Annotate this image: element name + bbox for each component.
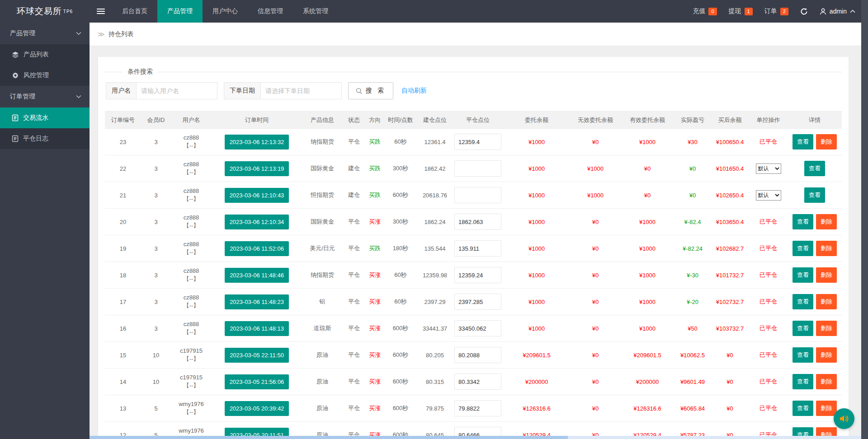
nav-stat-1[interactable]: 提现 1: [729, 7, 753, 15]
close-point-input[interactable]: [454, 294, 501, 310]
cell-invalid-entrust: ¥0: [571, 289, 620, 315]
sidebar-item-产品列表[interactable]: 产品列表: [0, 44, 90, 65]
sidebar-item-交易流水[interactable]: 交易流水: [0, 107, 90, 128]
admin-menu[interactable]: admin: [820, 8, 855, 15]
view-button[interactable]: 查看: [793, 374, 813, 389]
delete-button[interactable]: 删除: [816, 134, 837, 149]
cell-control: 已平仓: [749, 369, 788, 395]
horizontal-scrollbar-thumb[interactable]: [90, 436, 568, 439]
sidebar-item-平仓日志[interactable]: 平仓日志: [0, 128, 90, 149]
cell-order-id: 16: [105, 315, 141, 342]
order-time-button[interactable]: 2023-03-05 21:56:06: [225, 374, 289, 389]
nav-item-4[interactable]: 系统管理: [293, 0, 338, 23]
nav-stat-2[interactable]: 订单 2: [764, 7, 788, 15]
close-point-input[interactable]: [454, 240, 501, 257]
control-select[interactable]: 默认: [756, 190, 781, 201]
floating-audio-button[interactable]: [834, 408, 854, 429]
cell-control: 已平仓: [749, 315, 788, 342]
order-time-button[interactable]: 2023-03-06 11:48:13: [225, 321, 289, 336]
hamburger-menu-icon[interactable]: [90, 0, 112, 23]
order-time-button[interactable]: 2023-03-06 12:10:43: [225, 188, 289, 203]
cell-entrust: ¥1000: [503, 209, 571, 235]
delete-button[interactable]: 删除: [816, 214, 837, 229]
cell-invalid-entrust: ¥0: [571, 209, 620, 235]
view-button[interactable]: 查看: [804, 161, 825, 176]
nav-item-2[interactable]: 用户中心: [203, 0, 248, 23]
order-time-button[interactable]: 2023-03-06 11:52:06: [225, 241, 289, 256]
view-button[interactable]: 查看: [793, 214, 813, 229]
cell-after-balance: ¥0: [711, 395, 749, 422]
view-button[interactable]: 查看: [793, 347, 813, 363]
cell-open-point: 80.315: [417, 369, 453, 395]
close-point-input[interactable]: [454, 400, 501, 416]
control-select[interactable]: 默认: [756, 163, 781, 174]
close-point-input[interactable]: [454, 374, 501, 390]
cell-control: 已平仓: [749, 235, 788, 262]
col-header-2: 用户名: [171, 112, 212, 129]
speaker-icon: [838, 413, 850, 425]
view-button[interactable]: 查看: [793, 401, 813, 416]
nav-item-3[interactable]: 信息管理: [248, 0, 293, 23]
sidebar-item-风控管理[interactable]: 风控管理: [0, 65, 90, 86]
view-button[interactable]: 查看: [793, 267, 813, 283]
close-point-input[interactable]: [454, 134, 501, 150]
nav-item-1[interactable]: 产品管理: [157, 0, 203, 23]
order-time-button[interactable]: 2023-03-06 12:13:19: [225, 161, 289, 176]
vertical-scrollbar[interactable]: [861, 0, 868, 439]
view-button[interactable]: 查看: [793, 294, 813, 309]
delete-button[interactable]: 删除: [816, 321, 837, 336]
close-point-input[interactable]: [454, 214, 501, 230]
cell-control: 已平仓: [749, 129, 788, 155]
username-group: 用户名: [106, 82, 217, 99]
close-point-input[interactable]: [454, 347, 501, 363]
cell-direction: 买涨: [365, 315, 384, 342]
delete-button[interactable]: 删除: [816, 347, 837, 363]
table-row: 16 3 cz888【--】 2023-03-06 11:48:13 道琼斯 平…: [105, 315, 842, 342]
refresh-icon[interactable]: [800, 8, 808, 15]
view-button[interactable]: 查看: [793, 134, 813, 149]
delete-button[interactable]: 删除: [816, 241, 837, 256]
table-row: 21 3 cz888【--】 2023-03-06 12:10:43 恒指期货 …: [105, 182, 842, 209]
cell-product: 纳指期货: [302, 262, 343, 289]
auto-refresh-link[interactable]: 自动刷新: [401, 87, 427, 95]
cell-duration: 60秒: [384, 262, 417, 289]
cell-username: cz888【--】: [171, 129, 212, 155]
app-logo: 环球交易所 TP6: [0, 0, 90, 23]
nav-item-0[interactable]: 后台首页: [112, 0, 157, 23]
nav-stat-0[interactable]: 充值 0: [693, 7, 717, 15]
search-button[interactable]: 搜 索: [348, 82, 393, 99]
cell-order-id: 21: [105, 182, 141, 209]
order-time-button[interactable]: 2023-03-05 20:39:42: [225, 401, 289, 416]
table-row: 13 5 wmy1976【--】 2023-03-05 20:39:42 原油 …: [105, 395, 842, 422]
cell-product: 国际黄金: [302, 155, 343, 182]
order-time-button[interactable]: 2023-03-05 22:11:50: [225, 348, 289, 363]
sidebar-section-1[interactable]: 订单管理: [0, 86, 90, 107]
horizontal-scrollbar[interactable]: [90, 436, 861, 439]
order-time-button[interactable]: 2023-03-06 11:48:23: [225, 294, 289, 309]
view-button[interactable]: 查看: [804, 187, 825, 203]
order-time-button[interactable]: 2023-03-06 11:48:46: [225, 268, 289, 283]
main-nav: 后台首页产品管理用户中心信息管理系统管理: [112, 0, 338, 23]
close-point-input[interactable]: [454, 267, 501, 283]
admin-username: admin: [830, 8, 847, 15]
close-point-input[interactable]: [454, 187, 501, 203]
view-button[interactable]: 查看: [793, 321, 813, 336]
table-header-row: 订单编号会员ID用户名订单时间产品信息状态方向时间/点数建仓点位平仓点位委托余额…: [105, 112, 842, 129]
delete-button[interactable]: 删除: [816, 294, 837, 309]
username-input[interactable]: [136, 82, 217, 99]
close-point-input[interactable]: [454, 320, 501, 336]
sidebar-section-0[interactable]: 产品管理: [0, 23, 90, 44]
close-point-input[interactable]: [454, 160, 501, 177]
delete-button[interactable]: 删除: [816, 374, 837, 389]
view-button[interactable]: 查看: [793, 241, 813, 256]
order-time-button[interactable]: 2023-03-06 12:13:32: [225, 135, 289, 149]
order-date-input[interactable]: [260, 82, 342, 99]
search-icon: [356, 88, 363, 94]
delete-button[interactable]: 删除: [816, 267, 837, 283]
cell-entrust: ¥1000: [503, 182, 571, 209]
cell-status: 平仓: [343, 342, 365, 369]
cell-duration: 180秒: [384, 235, 417, 262]
order-time-button[interactable]: 2023-03-06 12:10:34: [225, 215, 289, 229]
delete-button[interactable]: 删除: [816, 401, 837, 416]
cell-profit: ¥50: [675, 315, 711, 342]
